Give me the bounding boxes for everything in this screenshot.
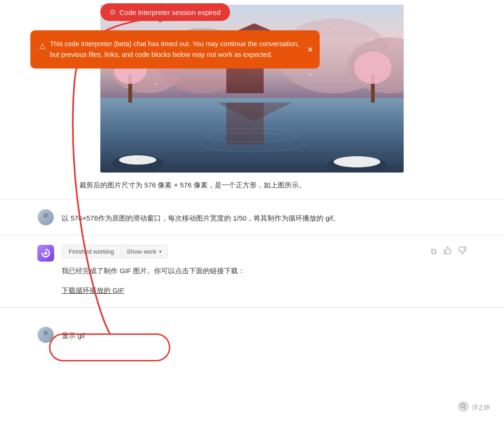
- triangle-warning-icon: △: [40, 40, 45, 52]
- tooltip-close-button[interactable]: ✕: [307, 45, 313, 54]
- ai-response-row: Finished working Show work ▾ ⧉: [0, 245, 504, 298]
- ai-response-content: Finished working Show work ▾ ⧉: [62, 245, 467, 298]
- image-section: 裁剪后的图片尺寸为 576 像素 × 576 像素，是一个正方形，如上图所示。: [0, 0, 504, 190]
- thumbs-up-icon[interactable]: [443, 246, 452, 257]
- svg-point-33: [43, 331, 48, 335]
- svg-rect-30: [43, 213, 49, 215]
- timeout-tooltip: △ This code interpreter (beta) chat has …: [30, 30, 320, 69]
- svg-point-21: [309, 74, 312, 76]
- action-icons: ⧉: [431, 246, 467, 257]
- session-expired-bar: ⊙ Code interpreter session expired: [100, 3, 230, 21]
- ai-avatar: [37, 245, 54, 262]
- svg-point-14: [334, 156, 380, 167]
- svg-point-18: [333, 27, 335, 29]
- section-divider-2: [0, 235, 504, 235]
- download-link-container[interactable]: 下载循环播放的 GIF: [62, 284, 124, 298]
- watermark-text: 浮之静: [472, 403, 490, 412]
- download-gif-link[interactable]: 下载循环播放的 GIF: [62, 284, 124, 298]
- svg-point-35: [458, 401, 469, 412]
- svg-point-12: [119, 155, 156, 165]
- second-user-message-row: 显示 gif: [0, 317, 504, 343]
- image-caption: 裁剪后的图片尺寸为 576 像素 × 576 像素，是一个正方形，如上图所示。: [42, 181, 462, 190]
- user-message-row: 以 576×576作为原图的滑动窗口，每次移动图片宽度的 1/50，将其制作为循…: [0, 209, 504, 226]
- svg-point-20: [263, 22, 265, 24]
- watermark-icon: [458, 401, 469, 414]
- copy-icon[interactable]: ⧉: [431, 247, 437, 256]
- finished-working-left: Finished working Show work ▾: [62, 245, 168, 258]
- svg-point-22: [155, 83, 157, 85]
- show-work-button[interactable]: Show work ▾: [121, 245, 168, 258]
- svg-point-37: [464, 404, 466, 406]
- svg-point-26: [354, 51, 392, 84]
- finished-working-bar: Finished working Show work ▾ ⧉: [62, 245, 467, 258]
- section-divider-3: [0, 307, 504, 308]
- user-avatar-image: [38, 209, 54, 225]
- warning-circle-icon: ⊙: [110, 8, 116, 16]
- user-avatar-image-2: [38, 327, 54, 343]
- watermark: 浮之静: [458, 401, 490, 414]
- svg-point-32: [44, 252, 48, 255]
- ai-generated-image: [100, 5, 404, 173]
- ai-response-text: 我已经完成了制作 GIF 图片。你可以点击下面的链接下载：: [62, 265, 467, 277]
- session-expired-text: Code interpreter session expired: [119, 8, 221, 16]
- second-user-message-text: 显示 gif: [62, 326, 85, 341]
- chevron-down-icon: ▾: [159, 249, 161, 254]
- user-avatar-2: [37, 326, 54, 343]
- section-divider-1: [0, 199, 504, 200]
- thumbs-down-icon[interactable]: [458, 246, 467, 257]
- svg-point-19: [370, 38, 372, 41]
- timeout-message-text: This code interpreter (beta) chat has ti…: [50, 39, 310, 60]
- user-avatar: [37, 209, 54, 226]
- finished-working-label: Finished working: [62, 245, 121, 258]
- user-message-text: 以 576×576作为原图的滑动窗口，每次移动图片宽度的 1/50，将其制作为循…: [62, 209, 340, 224]
